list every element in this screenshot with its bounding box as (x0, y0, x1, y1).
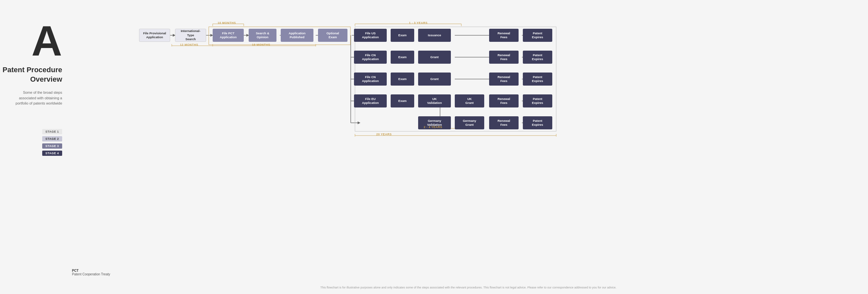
patent-expires-de-box: PatentExpires (523, 116, 552, 130)
germany-grant-box: GermanyGrant (455, 116, 484, 130)
pct-label: PCT (72, 269, 110, 272)
file-us-box: File USApplication (354, 29, 387, 42)
timeline-18months: 18 MONTHS (252, 43, 270, 46)
stage-legend: STAGE 1 STAGE 2 STAGE 3 STAGE 4 (42, 129, 62, 156)
renewal-fees-cn1-box: RenewalFees (489, 51, 519, 64)
file-cn1-box: File CNApplication (354, 51, 387, 64)
exam-us-box: Exam (391, 29, 414, 42)
patent-expires-uk-box: PatentExpires (523, 95, 552, 107)
renewal-fees-us-box: RenewalFees (489, 29, 519, 42)
left-panel: A Patent Procedure Overview Some of the … (0, 0, 69, 294)
timeline-2-4years: 2 - 4 YEARS (424, 125, 442, 129)
stage1-badge: STAGE 1 (42, 129, 62, 134)
renewal-fees-uk-box: RenewalFees (489, 95, 519, 107)
patent-expires-cn2-box: PatentExpires (523, 73, 552, 85)
file-pct-box: File PCTApplication (213, 29, 244, 42)
renewal-fees-cn2-box: RenewalFees (489, 73, 519, 85)
footer-disclaimer: This flowchart is for illustrative purpo… (320, 286, 616, 289)
timeline-10months: 10 MONTHS (218, 21, 236, 25)
main-content: File ProvisionalApplication Internationa… (69, 0, 868, 294)
timeline-12months: 12 MONTHS (180, 43, 198, 46)
exam-eu-box: Exam (391, 95, 414, 107)
file-cn2-box: File CNApplication (354, 73, 387, 85)
uk-grant-box: UKGrant (455, 95, 484, 107)
pct-desc: Patent Cooperation Treaty (72, 272, 110, 276)
patent-expires-us-box: PatentExpires (523, 29, 552, 42)
file-eu-box: File EUApplication (354, 95, 387, 107)
exam-cn1-box: Exam (391, 51, 414, 64)
timeline-20years: 20 YEARS (376, 133, 392, 136)
optional-exam-box: OptionalExam (318, 29, 347, 42)
intl-type-search-box: International-TypeSearch (175, 29, 206, 42)
stage3-badge: STAGE 3 (42, 143, 62, 149)
timeline-1-3years: 1 - 3 YEARS (409, 21, 428, 25)
app-published-box: ApplicationPublished (281, 29, 313, 42)
renewal-fees-de-box: RenewalFees (489, 116, 519, 130)
subtitle: Some of the broad steps associated with … (10, 90, 62, 106)
grant-cn1-box: Grant (418, 51, 451, 64)
exam-cn2-box: Exam (391, 73, 414, 85)
search-opinion-box: Search &Opinion (249, 29, 276, 42)
grant-cn2-box: Grant (418, 73, 451, 85)
uk-validation-box: UKValidation (418, 95, 451, 107)
stage4-badge: STAGE 4 (42, 151, 62, 156)
title-block: Patent Procedure Overview (0, 65, 62, 84)
patent-expires-cn1-box: PatentExpires (523, 51, 552, 64)
main-title: Patent Procedure Overview (0, 65, 62, 84)
stage2-badge: STAGE 2 (42, 136, 62, 141)
big-letter: A (31, 20, 62, 62)
footnote-area: PCT Patent Cooperation Treaty (72, 269, 110, 276)
issuance-box: Issuance (418, 29, 451, 42)
file-provisional-box: File ProvisionalApplication (139, 29, 170, 42)
